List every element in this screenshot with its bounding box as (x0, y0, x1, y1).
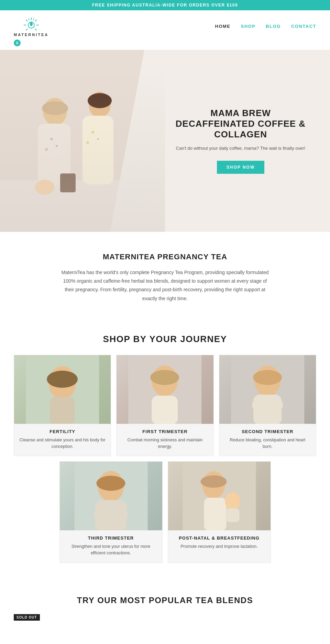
journey-card-second-trimester-label: SECOND TRIMESTER (219, 424, 316, 437)
journey-card-third-trimester[interactable]: THIRD TRIMESTER Strengthen and tone your… (59, 461, 163, 563)
svg-point-22 (50, 138, 53, 140)
journey-card-first-trimester-label: FIRST TRIMESTER (117, 424, 213, 437)
nav-shop[interactable]: SHOP (241, 24, 256, 29)
svg-point-10 (30, 22, 33, 26)
journey-card-postnatal-desc: Promote recovery and improve lactation. (168, 543, 271, 556)
journey-card-fertility[interactable]: FERTILITY Cleanse and stimulate yours an… (14, 355, 111, 456)
journey-card-third-trimester-desc: Strengthen and tone your uterus for more… (60, 543, 162, 563)
nav-contact[interactable]: CONTACT (291, 24, 316, 29)
svg-point-52 (225, 492, 240, 510)
svg-point-37 (150, 370, 179, 385)
logo[interactable]: MATERNITEA (14, 15, 48, 37)
svg-line-8 (29, 18, 29, 20)
journey-title: SHOP BY YOUR JOURNEY (14, 334, 316, 344)
hero-subtitle: Can't do without your daily coffee, mama… (176, 145, 305, 152)
popular-section: TRY OUR MOST POPULAR TEA BLENDS SOLD OUT (0, 578, 330, 634)
svg-point-17 (89, 92, 111, 118)
svg-point-19 (88, 93, 112, 108)
popular-blends-title: TRY OUR MOST POPULAR TEA BLENDS (14, 596, 316, 605)
journey-card-postnatal-label: POST-NATAL & BREASTFEEDING (168, 530, 271, 543)
journey-img-fertility (14, 355, 111, 424)
journey-card-fertility-desc: Cleanse and stimulate yours and his body… (14, 437, 111, 456)
svg-point-23 (56, 145, 58, 147)
journey-card-postnatal[interactable]: POST-NATAL & BREASTFEEDING Promote recov… (168, 461, 271, 563)
shop-now-button[interactable]: SHOP NOW (217, 161, 264, 174)
logo-text: MATERNITEA (14, 33, 48, 37)
svg-point-27 (86, 141, 89, 144)
hero-image (0, 50, 182, 232)
svg-point-42 (253, 370, 282, 385)
pregnancy-tea-section: MATERNITEA PREGNANCY TEA MaterniTea has … (0, 232, 330, 317)
journey-card-third-trimester-label: THIRD TRIMESTER (60, 530, 162, 543)
journey-row-1: FERTILITY Cleanse and stimulate yours an… (14, 355, 316, 456)
svg-rect-53 (226, 508, 239, 522)
svg-line-1 (35, 20, 37, 22)
svg-rect-32 (50, 397, 75, 424)
journey-card-first-trimester-desc: Combat morning sickness and maintain ene… (117, 437, 213, 456)
journey-img-first-tri (117, 355, 213, 424)
nav-blog[interactable]: BLOG (266, 24, 281, 29)
svg-rect-46 (95, 500, 126, 530)
journey-img-postnatal (168, 462, 271, 530)
svg-rect-15 (38, 124, 70, 185)
svg-rect-11 (0, 50, 182, 232)
svg-rect-13 (0, 180, 182, 232)
journey-img-third-tri (60, 462, 162, 530)
cart-icon[interactable]: 0 (14, 39, 21, 46)
journey-section: SHOP BY YOUR JOURNEY FERTILITY Cleanse a… (0, 317, 330, 578)
svg-point-33 (47, 371, 78, 388)
main-nav: HOME SHOP BLOG CONTACT (215, 24, 317, 29)
svg-line-4 (26, 20, 28, 22)
svg-rect-18 (82, 116, 113, 184)
svg-line-6 (26, 29, 28, 31)
svg-line-3 (35, 29, 37, 31)
svg-point-51 (200, 475, 227, 488)
svg-line-7 (33, 18, 34, 20)
svg-rect-50 (204, 498, 226, 530)
journey-card-second-trimester[interactable]: SECOND TRIMESTER Reduce bloating, consti… (219, 355, 316, 456)
hero-content: MAMA BREW DECAFFEINATED COFFEE & COLLAGE… (165, 50, 330, 232)
svg-point-47 (96, 476, 125, 491)
journey-card-first-trimester[interactable]: FIRST TRIMESTER Combat morning sickness … (116, 355, 213, 456)
hero-title: MAMA BREW DECAFFEINATED COFFEE & COLLAGE… (172, 108, 309, 140)
logo-icon (21, 15, 42, 33)
svg-rect-36 (152, 396, 178, 424)
journey-row-2: THIRD TRIMESTER Strengthen and tone your… (14, 461, 316, 563)
svg-point-20 (35, 180, 54, 195)
svg-point-24 (45, 148, 48, 151)
journey-card-fertility-label: FERTILITY (14, 424, 111, 437)
svg-point-16 (42, 101, 68, 115)
top-banner: FREE SHIPPING AUSTRALIA-WIDE FOR ORDERS … (0, 0, 330, 10)
sold-out-badge: SOLD OUT (14, 614, 40, 621)
pregnancy-tea-description: MaterniTea has the world's only complete… (58, 268, 272, 303)
svg-rect-21 (60, 173, 76, 192)
svg-point-26 (97, 138, 99, 140)
svg-point-12 (0, 180, 182, 232)
nav-home[interactable]: HOME (215, 24, 231, 29)
pregnancy-tea-title: MATERNITEA PREGNANCY TEA (14, 252, 316, 261)
journey-img-second-tri (219, 355, 316, 424)
hero-section: MAMA BREW DECAFFEINATED COFFEE & COLLAGE… (0, 50, 330, 232)
svg-point-14 (43, 98, 67, 125)
svg-rect-41 (253, 395, 282, 424)
svg-point-25 (91, 131, 94, 134)
journey-card-second-trimester-desc: Reduce bloating, constipation and heart … (219, 437, 316, 456)
